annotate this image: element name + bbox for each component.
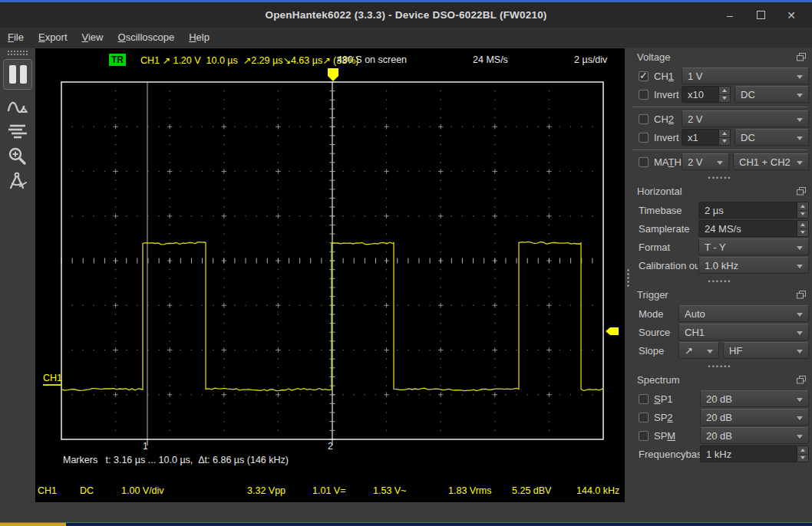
spm-magnitude-select[interactable]: 20 dB (700, 427, 809, 444)
sp1-label: SP1 (654, 393, 673, 405)
chevron-down-icon (797, 313, 803, 317)
desktop: OpenHantek6022 (3.3.3) - Device DSO-6022… (0, 0, 812, 526)
horizontal-section-title: Horizontal (637, 186, 682, 197)
math-label: MATH (654, 156, 682, 168)
menu-oscilloscope[interactable]: Oscilloscope (118, 29, 175, 45)
section-splitter[interactable]: •••••• (632, 363, 807, 370)
trigger-slope-select[interactable]: ↗ (678, 342, 719, 359)
trigger-mode-row: Mode Auto (632, 305, 807, 322)
meas-channel: CH1 (38, 485, 57, 496)
trigger-slope-row: Slope ↗ HF (632, 342, 807, 359)
maximize-button[interactable] (751, 5, 771, 25)
chevron-down-icon (797, 350, 803, 353)
math-range-select[interactable]: 2 V (682, 153, 729, 170)
ch1-invert-checkbox[interactable] (639, 90, 649, 100)
menu-file[interactable]: File (8, 29, 24, 45)
float-dock-icon[interactable] (797, 291, 806, 299)
chevron-down-icon (797, 265, 803, 268)
chevron-down-icon (797, 398, 803, 402)
meas-coupling: DC (80, 485, 94, 496)
sp1-checkbox[interactable] (639, 394, 649, 404)
trigger-mode-select[interactable]: Auto (678, 305, 809, 322)
marker2-label[interactable]: 2 (328, 441, 333, 452)
ch1-checkbox[interactable] (639, 71, 649, 81)
desktop-taskbar-strip (0, 522, 812, 526)
samplerate-spinbox[interactable]: 24 MS/s (698, 220, 809, 237)
close-button[interactable]: ✕ (781, 5, 801, 25)
math-checkbox[interactable] (639, 157, 649, 167)
panel-splitter[interactable] (625, 48, 631, 522)
math-mode-select[interactable]: CH1 + CH2 (733, 153, 809, 170)
trigger-source-row: Source CH1 (632, 324, 807, 340)
spin-buttons[interactable] (797, 221, 808, 236)
chevron-down-icon (797, 416, 803, 420)
meas-vrms: 1.83 Vrms (448, 485, 492, 496)
chevron-down-icon (797, 161, 803, 165)
trigger-slope-label: Slope (639, 345, 664, 357)
ch2-checkbox[interactable] (639, 114, 649, 124)
toolbar-drag-handle[interactable] (7, 50, 28, 57)
spin-buttons[interactable] (797, 446, 808, 462)
ch1-probe-spinbox[interactable]: x10 (682, 86, 731, 103)
sp2-checkbox[interactable] (639, 413, 649, 422)
format-select[interactable]: T - Y (698, 238, 809, 255)
ch1-label: CH1 (654, 71, 674, 82)
menu-view[interactable]: View (82, 29, 104, 45)
trigger-source-select[interactable]: CH1 (678, 324, 809, 340)
sp2-label: SP2 (654, 412, 673, 423)
float-dock-icon[interactable] (797, 187, 806, 196)
ch1-coupling-select[interactable]: DC (734, 86, 809, 103)
ch2-coupling-select[interactable]: DC (734, 129, 809, 146)
timebase-label: Timebase (639, 205, 682, 216)
section-splitter[interactable]: •••••• (632, 174, 807, 182)
chevron-down-icon (717, 161, 723, 165)
chevron-down-icon (797, 435, 803, 439)
timebase-spinbox[interactable]: 2 µs (698, 202, 809, 219)
sp2-magnitude-select[interactable]: 20 dB (700, 409, 809, 426)
frequencybase-label: Frequencybase (639, 449, 708, 460)
trigger-section-title: Trigger (637, 289, 668, 301)
spin-buttons[interactable] (718, 130, 730, 145)
spin-buttons[interactable] (718, 87, 730, 102)
ch2-row: CH2 2 V (632, 110, 807, 127)
ch1-range-select[interactable]: 1 V (682, 67, 809, 84)
spectrum-dock-button[interactable] (5, 120, 30, 144)
maximize-icon (757, 11, 765, 19)
minimize-button[interactable]: – (720, 5, 740, 25)
ch2-range-select[interactable]: 2 V (682, 110, 809, 127)
chevron-down-icon (797, 118, 803, 122)
pause-button[interactable] (3, 59, 32, 90)
frequencybase-spinbox[interactable]: 1 kHz (700, 445, 809, 462)
section-splitter[interactable]: •••••• (632, 278, 807, 285)
samplerate-row: Samplerate 24 MS/s (632, 220, 807, 237)
spin-buttons[interactable] (797, 202, 808, 218)
trigger-filter-select[interactable]: HF (723, 342, 809, 359)
zoom-button[interactable] (5, 144, 30, 169)
markers-readout: Markers t: 3.16 µs ... 10.0 µs, Δt: 6.86… (63, 455, 289, 465)
ch1-zero-level-marker[interactable]: CH1 (43, 373, 62, 386)
calibration-select[interactable]: 1.0 kHz (698, 257, 809, 274)
meas-vac: 1.53 V~ (373, 485, 406, 496)
ch2-probe-spinbox[interactable]: x1 (682, 129, 731, 146)
graticule-and-waveform (35, 48, 625, 502)
settings-dock: Voltage CH1 1 V Invert x10 DC (631, 48, 812, 522)
spectrum-levels-icon (8, 123, 28, 141)
ch1-row: CH1 1 V (632, 67, 807, 84)
divider (632, 150, 807, 150)
scope-display[interactable]: TR CH1 ↗ 1.20 V 10.0 µs ↗2.29 µs↘4.63 µs… (35, 48, 625, 502)
ch2-invert-checkbox[interactable] (639, 133, 649, 143)
float-dock-icon[interactable] (797, 376, 806, 384)
menu-export[interactable]: Export (38, 29, 68, 45)
chevron-down-icon (797, 246, 803, 250)
spm-checkbox[interactable] (639, 431, 649, 441)
spm-row: SPM 20 dB (632, 427, 807, 444)
measure-tools-button[interactable] (5, 169, 30, 193)
marker1-label[interactable]: 1 (143, 441, 148, 452)
divider (632, 107, 807, 107)
voltage-dock-button[interactable] (5, 95, 30, 120)
float-dock-icon[interactable] (797, 53, 806, 61)
sp1-magnitude-select[interactable]: 20 dB (700, 390, 809, 407)
sp2-row: SP2 20 dB (632, 409, 807, 426)
voltage-wave-icon (7, 97, 28, 117)
menu-help[interactable]: Help (189, 29, 210, 45)
